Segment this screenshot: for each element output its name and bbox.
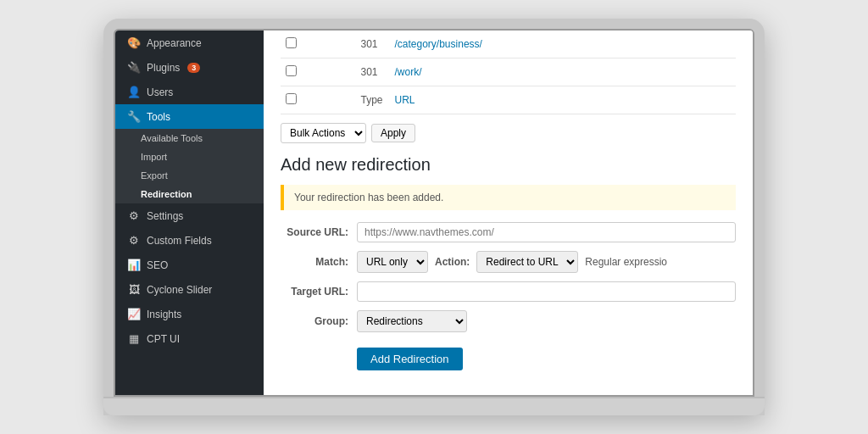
sidebar-item-cpt-ui[interactable]: ▦ CPT UI <box>115 326 264 351</box>
success-notice: Your redirection has been added. <box>281 185 736 210</box>
row3-type: Type <box>356 86 390 114</box>
tools-icon: 🔧 <box>127 110 141 123</box>
source-url-label: Source URL: <box>281 226 357 238</box>
sidebar-item-users-label: Users <box>147 86 173 98</box>
sidebar-item-insights[interactable]: 📈 Insights <box>115 302 264 326</box>
row2-checkbox[interactable] <box>286 65 297 76</box>
action-select[interactable]: Redirect to URL <box>476 251 578 273</box>
plugins-icon: 🔌 <box>127 61 141 74</box>
action-label: Action: <box>435 256 470 268</box>
row3-url-col: URL <box>390 86 737 114</box>
plugins-badge: 3 <box>187 63 200 73</box>
submenu-import[interactable]: Import <box>115 147 264 166</box>
appearance-icon: 🎨 <box>127 36 141 49</box>
row2-url: /work/ <box>390 58 737 86</box>
sidebar-item-insights-label: Insights <box>147 309 181 320</box>
sidebar-item-cpt-ui-label: CPT UI <box>147 333 180 345</box>
row1-url: /category/business/ <box>390 31 737 58</box>
cpt-ui-icon: ▦ <box>127 332 141 345</box>
group-select[interactable]: Redirections <box>357 310 467 332</box>
redirect-table: 301 /category/business/ 301 /work/ Type <box>281 31 736 114</box>
laptop-screen: 🎨 Appearance 🔌 Plugins 3 👤 Users 🔧 Tools <box>114 29 754 397</box>
tools-submenu: Available Tools Import Export Redirectio… <box>115 129 264 203</box>
row2-code: 301 <box>356 58 390 86</box>
sidebar-item-cyclone-slider[interactable]: 🖼 Cyclone Slider <box>115 277 264 302</box>
match-action-row: Match: URL only Action: Redirect to URL … <box>281 251 736 273</box>
seo-icon: 📊 <box>127 259 141 271</box>
group-label: Group: <box>281 315 357 327</box>
sidebar-item-custom-fields[interactable]: ⚙ Custom Fields <box>115 228 264 253</box>
sidebar-item-plugins[interactable]: 🔌 Plugins 3 <box>115 55 264 80</box>
cyclone-slider-icon: 🖼 <box>127 283 141 296</box>
group-row: Group: Redirections <box>281 310 736 332</box>
target-url-row: Target URL: <box>281 281 736 302</box>
main-content: 301 /category/business/ 301 /work/ Type <box>264 31 753 395</box>
submenu-available-tools[interactable]: Available Tools <box>115 129 264 147</box>
bulk-actions-row: Bulk Actions Apply <box>281 123 736 143</box>
sidebar-item-appearance-label: Appearance <box>147 37 202 49</box>
table-row: Type URL <box>281 86 736 114</box>
laptop-base <box>103 397 765 415</box>
apply-button[interactable]: Apply <box>371 124 415 142</box>
table-row: 301 /work/ <box>281 58 736 86</box>
users-icon: 👤 <box>127 86 141 98</box>
section-title: Add new redirection <box>281 155 736 175</box>
match-select[interactable]: URL only <box>357 251 428 273</box>
sidebar-item-settings[interactable]: ⚙ Settings <box>115 203 264 228</box>
table-row: 301 /category/business/ <box>281 31 736 58</box>
custom-fields-icon: ⚙ <box>127 234 141 247</box>
submenu-redirection[interactable]: Redirection <box>115 185 264 203</box>
match-action-controls: URL only Action: Redirect to URL Regular… <box>357 251 667 273</box>
add-redirection-button[interactable]: Add Redirection <box>357 348 463 370</box>
submenu-export[interactable]: Export <box>115 166 264 185</box>
laptop-frame: 🎨 Appearance 🔌 Plugins 3 👤 Users 🔧 Tools <box>103 19 765 415</box>
wp-layout: 🎨 Appearance 🔌 Plugins 3 👤 Users 🔧 Tools <box>115 31 753 395</box>
bulk-actions-select[interactable]: Bulk Actions <box>281 123 366 143</box>
sidebar-item-users[interactable]: 👤 Users <box>115 80 264 104</box>
target-url-label: Target URL: <box>281 286 357 298</box>
sidebar-item-cyclone-slider-label: Cyclone Slider <box>147 284 212 296</box>
sidebar-item-seo-label: SEO <box>147 259 168 271</box>
sidebar-item-seo[interactable]: 📊 SEO <box>115 253 264 277</box>
sidebar-item-custom-fields-label: Custom Fields <box>147 235 212 247</box>
row1-code: 301 <box>356 31 390 58</box>
sidebar-item-appearance[interactable]: 🎨 Appearance <box>115 31 264 55</box>
regex-label: Regular expressio <box>585 256 667 268</box>
sidebar-item-tools-label: Tools <box>147 111 170 123</box>
row3-checkbox[interactable] <box>286 93 297 104</box>
source-url-row: Source URL: <box>281 222 736 242</box>
notice-text: Your redirection has been added. <box>294 192 443 203</box>
settings-icon: ⚙ <box>127 209 141 222</box>
insights-icon: 📈 <box>127 308 141 320</box>
sidebar-item-plugins-label: Plugins <box>147 62 180 74</box>
sidebar-item-settings-label: Settings <box>147 210 183 222</box>
sidebar-item-tools[interactable]: 🔧 Tools <box>115 104 264 129</box>
target-url-input[interactable] <box>357 281 736 302</box>
content-inner: 301 /category/business/ 301 /work/ Type <box>264 31 753 395</box>
match-label: Match: <box>281 256 357 268</box>
sidebar: 🎨 Appearance 🔌 Plugins 3 👤 Users 🔧 Tools <box>115 31 264 395</box>
row1-checkbox[interactable] <box>286 37 297 48</box>
source-url-input[interactable] <box>357 222 736 242</box>
